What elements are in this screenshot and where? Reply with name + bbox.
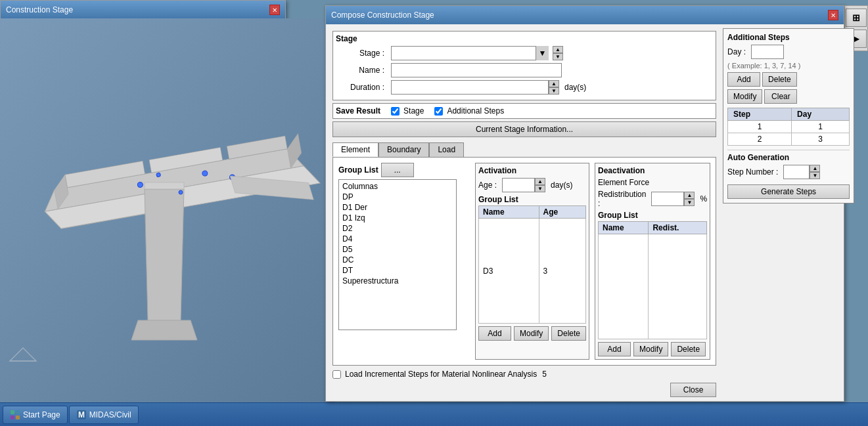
step-number-row: Step Number : 0 ▲ ▼	[727, 165, 850, 179]
deactivation-add-button[interactable]: Add	[598, 342, 631, 356]
deactivation-panel: Deactivation Element Force Redistributio…	[595, 163, 710, 360]
small-dialog-title: Construction Stage ✕	[1, 1, 285, 19]
stage-checkbox-label[interactable]: Stage	[391, 106, 424, 116]
group-list-dots-button[interactable]: ...	[381, 163, 414, 177]
step-number-label: Step Number :	[727, 167, 778, 177]
tab-content-element: Group List ... ColumnasDPD1 DerD1 IzqD2D…	[332, 157, 716, 366]
steps-col-day: Day	[792, 108, 850, 121]
deactivation-table: Name Redist.	[598, 221, 707, 339]
redistribution-label: Redistribution :	[598, 190, 646, 208]
side-panel-btn1[interactable]: ⊞	[846, 9, 867, 27]
deactivation-modify-button[interactable]: Modify	[633, 342, 668, 356]
additional-steps-modify-button[interactable]: Modify	[727, 89, 762, 104]
step-number-spin-down[interactable]: ▼	[810, 172, 820, 179]
list-item[interactable]: DC	[340, 255, 455, 265]
current-stage-info-button[interactable]: Current Stage Information...	[332, 121, 716, 137]
age-spin-up[interactable]: ▲	[535, 178, 545, 185]
svg-marker-16	[10, 348, 36, 361]
activation-add-button[interactable]: Add	[478, 326, 511, 341]
stage-spin-down[interactable]: ▼	[553, 53, 563, 60]
stage-checkbox[interactable]	[391, 107, 400, 116]
duration-unit: day(s)	[564, 83, 586, 92]
stage-section-label: Stage	[336, 34, 713, 43]
age-input[interactable]: 0	[502, 178, 535, 192]
save-result-section: Save Result Stage Additional Steps	[332, 103, 716, 119]
additional-steps-checkbox[interactable]	[434, 107, 443, 116]
activation-col-name: Name	[479, 206, 539, 219]
table-row[interactable]: 11	[728, 121, 850, 133]
table-row[interactable]: 23	[728, 133, 850, 146]
group-list-box[interactable]: ColumnasDPD1 DerD1 IzqD2D4D5DCDTSuperest…	[338, 179, 457, 330]
close-main-dialog-button[interactable]: Close	[670, 383, 716, 397]
load-incremental-checkbox-label[interactable]: Load Incremental Steps for Material Nonl…	[332, 370, 537, 379]
auto-generation-label: Auto Generation	[727, 153, 850, 162]
additional-steps-delete-button[interactable]: Delete	[762, 72, 797, 87]
midas-icon: M	[76, 410, 87, 420]
group-list-panel: Group List ... ColumnasDPD1 DerD1 IzqD2D…	[338, 163, 470, 360]
redistribution-spin-up[interactable]: ▲	[684, 192, 695, 199]
name-input[interactable]: D3	[391, 63, 562, 77]
age-spin-down[interactable]: ▼	[535, 185, 545, 192]
additional-steps-checkbox-label[interactable]: Additional Steps	[434, 106, 504, 116]
duration-spin-down[interactable]: ▼	[549, 87, 559, 95]
activation-modify-button[interactable]: Modify	[514, 326, 549, 341]
taskbar: Start Page M MIDAS/Civil	[0, 402, 868, 426]
small-dialog-close-button[interactable]: ✕	[269, 5, 280, 15]
duration-input[interactable]: 7	[391, 80, 549, 95]
steps-table: Step Day 1123	[727, 108, 850, 146]
tab-element[interactable]: Element	[332, 142, 378, 157]
stage-field-label: Stage :	[336, 49, 388, 58]
list-item[interactable]: Columnas	[340, 181, 455, 192]
svg-point-14	[179, 190, 183, 194]
step-number-spin-up[interactable]: ▲	[810, 165, 820, 172]
svg-marker-11	[145, 189, 184, 320]
list-item[interactable]: D2	[340, 223, 455, 234]
additional-steps-clear-button[interactable]: Clear	[764, 89, 797, 104]
stage-row: Stage : D3 ▼ ▲ ▼	[336, 46, 713, 60]
svg-marker-13	[131, 320, 197, 340]
name-row: Name : D3	[336, 63, 713, 77]
deactivation-col-redist: Redist.	[649, 222, 707, 234]
svg-point-10	[156, 173, 161, 177]
tabs-container: Element Boundary Load	[332, 142, 716, 157]
activation-col-age: Age	[539, 206, 585, 219]
redistribution-row: Redistribution : 100 ▲ ▼ %	[598, 190, 707, 208]
stage-combo-wrapper[interactable]: D3 ▼	[391, 46, 549, 60]
redistribution-spin-down[interactable]: ▼	[684, 199, 695, 206]
day-input[interactable]: 0	[751, 45, 784, 59]
tab-load[interactable]: Load	[429, 142, 464, 157]
list-item[interactable]: D1 Der	[340, 202, 455, 213]
additional-steps-add-button[interactable]: Add	[727, 72, 760, 87]
list-item[interactable]: D4	[340, 234, 455, 244]
list-item[interactable]: DT	[340, 265, 455, 276]
generate-steps-button[interactable]: Generate Steps	[727, 184, 850, 199]
steps-col-step: Step	[728, 108, 792, 121]
day-row: Day : 0	[727, 45, 850, 59]
taskbar-start-page[interactable]: Start Page	[3, 406, 68, 424]
load-incremental-value: 5	[542, 370, 547, 379]
stage-input[interactable]: D3	[391, 46, 549, 60]
deactivation-group-list-label: Group List	[598, 211, 707, 220]
activation-delete-button[interactable]: Delete	[551, 326, 586, 341]
list-item[interactable]: Superestructura	[340, 276, 455, 286]
step-number-input[interactable]: 0	[783, 165, 810, 179]
svg-rect-20	[11, 415, 14, 419]
activation-panel: Activation Age : 0 ▲ ▼	[475, 163, 589, 360]
small-dialog-title-text: Construction Stage	[6, 5, 73, 14]
save-result-row: Save Result Stage Additional Steps	[336, 106, 713, 116]
load-incremental-row: Load Incremental Steps for Material Nonl…	[332, 370, 716, 379]
list-item[interactable]: D1 Izq	[340, 213, 455, 223]
deactivation-delete-button[interactable]: Delete	[671, 342, 706, 356]
load-incremental-checkbox[interactable]	[332, 370, 341, 379]
list-item[interactable]: DP	[340, 192, 455, 202]
tab-boundary[interactable]: Boundary	[378, 142, 429, 157]
svg-text:M: M	[78, 410, 85, 419]
taskbar-midas[interactable]: M MIDAS/Civil	[69, 406, 139, 424]
list-item[interactable]: D5	[340, 244, 455, 255]
table-row[interactable]: D33	[479, 219, 586, 324]
duration-spin-up[interactable]: ▲	[549, 80, 559, 87]
main-dialog-close-button[interactable]: ✕	[828, 10, 838, 20]
redistribution-input[interactable]: 100	[651, 192, 684, 206]
stage-dropdown-arrow[interactable]: ▼	[536, 46, 549, 60]
stage-spin-up[interactable]: ▲	[553, 46, 563, 53]
